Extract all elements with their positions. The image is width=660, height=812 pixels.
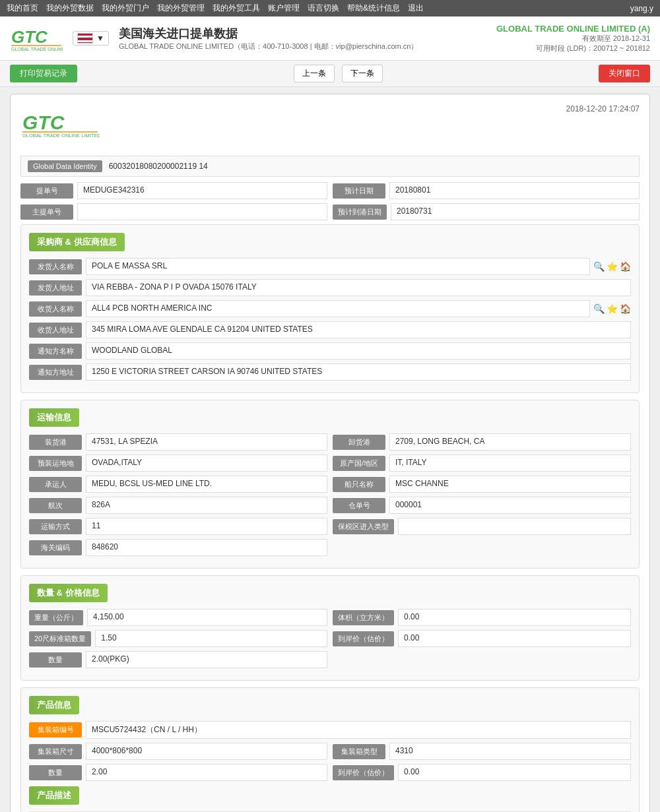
container20-field: 20尺标准箱数量 1.50 xyxy=(29,630,327,647)
print-button-top[interactable]: 打印贸易记录 xyxy=(10,65,77,82)
next-button-top[interactable]: 下一条 xyxy=(342,65,383,82)
company-name: GLOBAL TRADE ONLINE LIMITED (A) xyxy=(496,24,650,34)
bill-no-value: MEDUGE342316 xyxy=(77,182,327,199)
carrier-vessel-row: 承运人 MEDU, BCSL US-MED LINE LTD. 船只名称 MSC… xyxy=(29,476,631,493)
buyer-supplier-section-header: 采购商 & 供应商信息 xyxy=(29,233,125,251)
prod-qty-price-row: 数量 2.00 到岸价（估价） 0.00 xyxy=(29,764,631,781)
container-size-type-row: 集装箱尺寸 4000*806*800 集装箱类型 4310 xyxy=(29,743,631,760)
shipper-addr-row: 发货人地址 VIA REBBA - ZONA P I P OVADA 15076… xyxy=(29,279,631,296)
buyer-supplier-section: 采购商 & 供应商信息 发货人名称 POLA E MASSA SRL 🔍 ⭐ 🏠 xyxy=(20,224,640,393)
pre-departure-label: 预装运地地 xyxy=(29,456,82,471)
container-size-label: 集装箱尺寸 xyxy=(29,744,82,759)
estimated-date-label: 预计到港日期 xyxy=(333,204,387,220)
consignee-name-value: ALL4 PCB NORTH AMERICA INC xyxy=(86,300,590,317)
card-logo: GTC GLOBAL TRADE ONLINE LIMITED xyxy=(20,104,100,146)
global-data-value: 60032018080200002119 14 xyxy=(109,162,208,171)
origin-country-label: 原产国/地区 xyxy=(333,456,385,471)
main-content: GTC GLOBAL TRADE ONLINE LIMITED 2018-12-… xyxy=(0,87,660,812)
shipper-home-icon[interactable]: 🏠 xyxy=(620,261,631,272)
vessel-value: MSC CHANNE xyxy=(389,476,631,493)
card-datetime: 2018-12-20 17:24:07 xyxy=(566,104,640,113)
voyage-field: 航次 826A xyxy=(29,497,327,514)
shipper-addr-label: 发货人地址 xyxy=(29,280,82,296)
logo-svg: GTC GLOBAL TRADE ONLINE LIMITED xyxy=(10,22,63,55)
shipper-star-icon[interactable]: ⭐ xyxy=(607,261,618,272)
unit-price-value: 0.00 xyxy=(398,630,631,647)
nav-account[interactable]: 账户管理 xyxy=(268,3,300,14)
notify-addr-value: 1250 E VICTORIA STREET CARSON IA 90746 U… xyxy=(86,363,631,381)
bill-no-field: 提单号 MEDUGE342316 xyxy=(20,182,327,199)
flag-selector[interactable]: ▼ xyxy=(73,31,109,46)
nav-portal[interactable]: 我的外贸门户 xyxy=(102,3,149,14)
arrival-date-field: 预计日期 20180801 xyxy=(333,182,640,199)
estimated-date-value: 20180731 xyxy=(391,203,640,220)
nav-home[interactable]: 我的首页 xyxy=(7,3,38,14)
global-data-row: Global Data Identity 6003201808020000211… xyxy=(20,156,640,177)
shipper-name-field: 发货人名称 POLA E MASSA SRL 🔍 ⭐ 🏠 xyxy=(29,258,631,275)
global-data-label: Global Data Identity xyxy=(28,160,102,172)
bol-label: 仓单号 xyxy=(333,498,385,513)
unit-price-field: 到岸价（估价） 0.00 xyxy=(333,630,631,647)
container-size-field: 集装箱尺寸 4000*806*800 xyxy=(29,743,327,760)
container-no-field: 集装箱编号 MSCU5724432（CN / L / HH） xyxy=(29,721,631,739)
container-no-label: 集装箱编号 xyxy=(29,722,82,737)
ftz-field: 保税区进入类型 xyxy=(333,518,631,535)
voyage-label: 航次 xyxy=(29,498,82,513)
origin-country-field: 原产国/地区 IT, ITALY xyxy=(333,454,631,472)
top-nav-user: yang.y xyxy=(630,4,653,13)
header-title-area: 美国海关进口提单数据 GLOBAL TRADE ONLINE LIMITED（电… xyxy=(119,26,418,51)
nav-tools[interactable]: 我的外贸工具 xyxy=(213,3,260,14)
weight-field: 重量（公斤） 4,150.00 xyxy=(29,609,327,626)
hscode-field: 海关编码 848620 xyxy=(29,539,327,556)
header-left: GTC GLOBAL TRADE ONLINE LIMITED ▼ 美国海关进口… xyxy=(10,22,418,55)
nav-trade-data[interactable]: 我的外贸数据 xyxy=(46,3,94,14)
nav-logout[interactable]: 退出 xyxy=(408,3,424,14)
unit-price-label: 到岸价（估价） xyxy=(333,631,394,646)
prev-button-top[interactable]: 上一条 xyxy=(294,65,335,82)
vessel-field: 船只名称 MSC CHANNE xyxy=(333,476,631,493)
quantity-field: 数量 2.00(PKG) xyxy=(29,651,327,668)
notify-name-field: 通知方名称 WOODLAND GLOBAL xyxy=(29,342,631,359)
nav-management[interactable]: 我的外贸管理 xyxy=(157,3,205,14)
container-type-field: 集装箱类型 4310 xyxy=(333,743,631,760)
consignee-star-icon[interactable]: ⭐ xyxy=(607,303,618,314)
consignee-home-icon[interactable]: 🏠 xyxy=(620,303,631,314)
transport-mode-row: 运输方式 11 保税区进入类型 xyxy=(29,518,631,535)
shipper-name-row: 发货人名称 POLA E MASSA SRL 🔍 ⭐ 🏠 xyxy=(29,258,631,275)
container-no-row: 集装箱编号 MSCU5724432（CN / L / HH） xyxy=(29,721,631,739)
transport-section-header: 运输信息 xyxy=(29,408,79,427)
shipper-search-icon[interactable]: 🔍 xyxy=(593,261,605,272)
container-size-value: 4000*806*800 xyxy=(86,743,327,760)
prod-qty-field: 数量 2.00 xyxy=(29,764,327,781)
nav-language[interactable]: 语言切换 xyxy=(308,3,339,14)
master-bill-field: 主提单号 xyxy=(20,203,327,220)
hscode-row: 海关编码 848620 xyxy=(29,539,631,556)
transport-mode-value: 11 xyxy=(86,518,327,535)
arrival-price-value: 0.00 xyxy=(398,764,631,781)
flag-icon xyxy=(77,33,93,44)
nav-help[interactable]: 帮助&统计信息 xyxy=(347,3,400,14)
shipper-actions: 🔍 ⭐ 🏠 xyxy=(593,261,631,272)
weight-volume-row: 重量（公斤） 4,150.00 体积（立方米） 0.00 xyxy=(29,609,631,626)
volume-value: 0.00 xyxy=(398,609,631,626)
master-bill-value xyxy=(77,203,327,220)
close-button-top[interactable]: 关闭窗口 xyxy=(599,65,650,82)
notify-name-row: 通知方名称 WOODLAND GLOBAL xyxy=(29,342,631,359)
svg-text:GTC: GTC xyxy=(22,111,65,133)
header-subtitle: GLOBAL TRADE ONLINE LIMITED（电话：400-710-3… xyxy=(119,42,418,51)
svg-text:GTC: GTC xyxy=(11,27,48,47)
consignee-search-icon[interactable]: 🔍 xyxy=(593,303,605,314)
pre-departure-value: OVADA,ITALY xyxy=(86,454,327,472)
estimated-date-field: 预计到港日期 20180731 xyxy=(333,203,640,220)
top-toolbar: 打印贸易记录 上一条 下一条 关闭窗口 xyxy=(0,61,660,87)
quantity-price-section-header: 数量 & 价格信息 xyxy=(29,584,108,602)
origin-country-value: IT, ITALY xyxy=(389,454,631,472)
shipper-name-label: 发货人名称 xyxy=(29,259,82,274)
consignee-addr-row: 收货人地址 345 MIRA LOMA AVE GLENDALE CA 9120… xyxy=(29,321,631,338)
ftz-value xyxy=(398,518,631,535)
pre-departure-row: 预装运地地 OVADA,ITALY 原产国/地区 IT, ITALY xyxy=(29,454,631,472)
desc-area: 产品描述 CUSTOMIZED LINE WITH DEGREASING MOD… xyxy=(29,786,631,812)
arrival-price-field: 到岸价（估价） 0.00 xyxy=(333,764,631,781)
top-nav-left: 我的首页 我的外贸数据 我的外贸门户 我的外贸管理 我的外贸工具 账户管理 语言… xyxy=(7,3,424,14)
logo: GTC GLOBAL TRADE ONLINE LIMITED xyxy=(10,22,63,55)
